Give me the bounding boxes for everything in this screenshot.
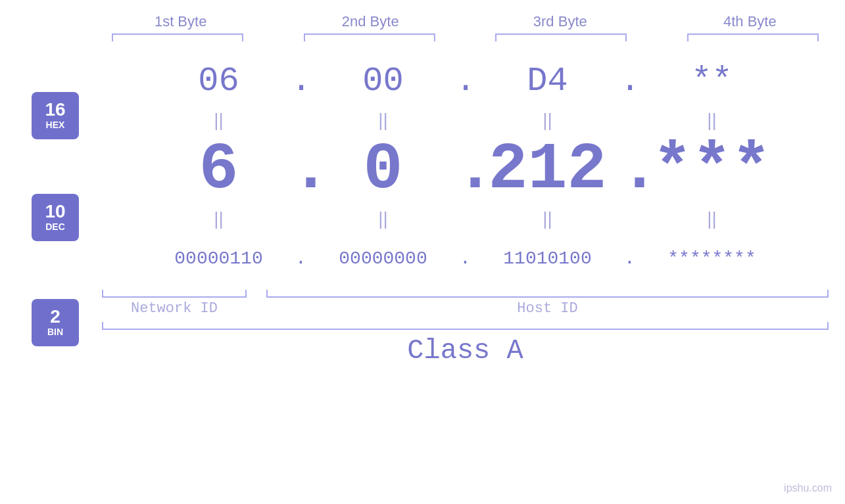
- eq2-b3: ||: [475, 208, 620, 229]
- bin-byte4: ********: [640, 248, 785, 269]
- hex-badge-label: HEX: [46, 119, 65, 131]
- hex-byte4: **: [640, 62, 785, 101]
- bin-row: 00000110 . 00000000 . 11010100 . *******…: [45, 232, 801, 285]
- byte1-header: 1st Byte: [109, 13, 253, 30]
- hex-byte1: 06: [147, 62, 291, 101]
- dec-dot3: .: [620, 133, 640, 207]
- dec-badge-label: DEC: [45, 221, 65, 233]
- hex-badge: 16 HEX: [32, 92, 79, 139]
- eq1-b4: ||: [640, 110, 785, 131]
- hex-row: 06 . 00 . D4 . **: [45, 55, 801, 107]
- eq1-b3: ||: [475, 110, 620, 131]
- dec-row: 6 . 0 . 212 . ***: [45, 133, 801, 206]
- id-labels: Network ID Host ID: [102, 300, 829, 317]
- hex-dot1: .: [291, 62, 311, 101]
- net-id-bracket: [102, 290, 247, 298]
- bracket-byte3: [495, 34, 627, 41]
- bin-byte3: 11010100: [475, 248, 620, 269]
- eq1-b2: ||: [311, 110, 456, 131]
- hex-byte2: 00: [311, 62, 456, 101]
- bracket-byte2: [304, 34, 435, 41]
- byte4-header: 4th Byte: [677, 13, 822, 30]
- class-label: Class A: [102, 329, 829, 367]
- bottom-bracket-area: Network ID Host ID: [0, 290, 845, 317]
- bin-badge-num: 2: [50, 308, 60, 326]
- dec-byte2: 0: [311, 133, 456, 207]
- top-brackets-row: [0, 34, 845, 41]
- class-row: Class A: [0, 329, 845, 367]
- equals-row-2: || || || ||: [45, 206, 801, 232]
- dec-dot2: .: [456, 133, 475, 207]
- watermark: ipshu.com: [784, 482, 832, 494]
- host-id-bracket: [266, 290, 829, 298]
- dec-badge-num: 10: [45, 202, 65, 221]
- eq2-b4: ||: [640, 208, 785, 229]
- class-bracket-line: [102, 329, 829, 330]
- dec-byte3: 212: [475, 133, 620, 207]
- eq1-b1: ||: [147, 110, 291, 131]
- header-row: 1st Byte 2nd Byte 3rd Byte 4th Byte: [0, 13, 845, 30]
- bin-byte1: 00000110: [147, 248, 291, 269]
- bottom-brackets-container: [102, 290, 829, 298]
- byte3-header: 3rd Byte: [488, 13, 633, 30]
- equals-row-1: || || || ||: [45, 107, 801, 133]
- bracket-byte4: [687, 34, 819, 41]
- class-left-tick: [102, 322, 103, 330]
- bin-byte2: 00000000: [311, 248, 456, 269]
- dec-badge: 10 DEC: [32, 194, 79, 241]
- host-id-label: Host ID: [266, 300, 829, 317]
- bin-dot3: .: [620, 248, 640, 269]
- bracket-byte1: [112, 34, 243, 41]
- main-container: 16 HEX 10 DEC 2 BIN 1st Byte 2nd Byte 3r…: [0, 0, 845, 504]
- dec-byte4: ***: [640, 133, 785, 207]
- eq2-b2: ||: [311, 208, 456, 229]
- bin-dot2: .: [456, 248, 475, 269]
- hex-dot3: .: [620, 62, 640, 101]
- network-id-label: Network ID: [102, 300, 247, 317]
- hex-dot2: .: [456, 62, 475, 101]
- dec-byte1: 6: [147, 133, 291, 207]
- hex-byte3: D4: [475, 62, 620, 101]
- byte2-header: 2nd Byte: [298, 13, 443, 30]
- eq2-b1: ||: [147, 208, 291, 229]
- class-right-tick: [827, 322, 829, 330]
- dec-dot1: .: [291, 133, 311, 207]
- bin-dot1: .: [291, 248, 311, 269]
- hex-badge-num: 16: [45, 101, 65, 119]
